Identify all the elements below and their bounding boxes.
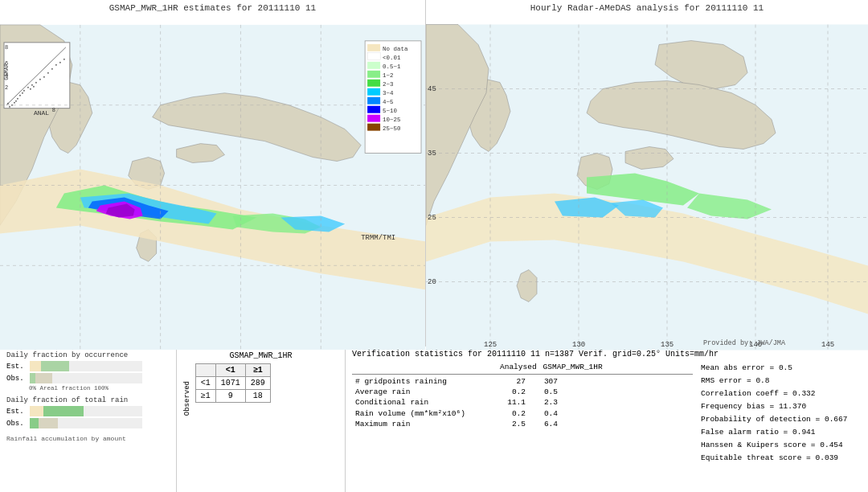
svg-text:2~3: 2~3 xyxy=(383,81,394,88)
verif-col-analysed: Analysed xyxy=(497,362,540,372)
verification-table: Analysed GSMAP_MWR_1HR xyxy=(352,362,606,372)
svg-point-3 xyxy=(17,98,18,100)
svg-text:Provided by: JWA/JMA: Provided by: JWA/JMA xyxy=(703,339,786,347)
right-map-area: Hourly Radar-AMeDAS analysis for 2011111… xyxy=(426,0,868,346)
svg-text:ANAL: ANAL xyxy=(34,109,49,117)
svg-text:25~50: 25~50 xyxy=(383,125,401,132)
left-map-area: GSMAP_MWR_1HR estimates for 20111110 11 xyxy=(0,0,426,346)
obs-label-1: Obs. xyxy=(6,375,27,383)
svg-text:125: 125 xyxy=(484,341,497,349)
chart-total-rain: Daily fraction of total rain Est. Obs. xyxy=(6,396,170,428)
verif-row-val2: 0.4 xyxy=(529,408,561,419)
bottom-section: Daily fraction by occurrence Est. Obs. 0 xyxy=(0,346,868,492)
right-map-svg: 45 35 25 20 125 130 135 140 145 Provided… xyxy=(426,14,868,360)
verif-row-val1: 2.5 xyxy=(497,419,529,429)
stat-item: Frequency bias = 11.370 xyxy=(701,400,862,413)
verif-data-row: Rain volume (mm*km²x10⁶) 0.2 0.4 xyxy=(352,408,561,419)
verif-row-val2: 0.5 xyxy=(529,387,561,397)
svg-rect-44 xyxy=(367,62,380,69)
verif-divider xyxy=(352,374,693,375)
verif-row-val2: 307 xyxy=(529,376,561,387)
val-a: 1071 xyxy=(215,377,245,390)
svg-point-20 xyxy=(63,59,65,60)
verif-col-empty xyxy=(352,362,497,372)
svg-point-13 xyxy=(39,79,41,80)
verif-row-label: # gridpoints raining xyxy=(352,376,497,387)
contingency-table: <1 ≥1 <1 1071 289 ≥1 xyxy=(195,363,271,403)
svg-text:GSMAP: GSMAP xyxy=(3,64,10,80)
verif-row-val1: 0.2 xyxy=(497,387,529,397)
verif-row-val1: 11.1 xyxy=(497,397,529,408)
svg-text:8: 8 xyxy=(5,44,8,51)
svg-point-10 xyxy=(31,84,33,86)
stat-item: Probability of detection = 0.667 xyxy=(701,413,862,426)
svg-point-11 xyxy=(35,82,37,84)
col-ge1-header: ≥1 xyxy=(245,364,270,377)
verif-row-val2: 2.3 xyxy=(529,397,561,408)
svg-text:4~5: 4~5 xyxy=(383,99,394,105)
svg-point-12 xyxy=(9,106,10,108)
verif-row-label: Average rain xyxy=(352,387,497,397)
verif-data-row: # gridpoints raining 27 307 xyxy=(352,376,561,387)
svg-rect-50 xyxy=(367,88,380,96)
main-container: GSMAP_MWR_1HR estimates for 20111110 11 xyxy=(0,0,868,492)
svg-point-6 xyxy=(14,102,15,104)
svg-text:5~10: 5~10 xyxy=(383,108,397,114)
verif-row-label: Maximum rain xyxy=(352,419,497,429)
svg-text:No data: No data xyxy=(383,46,408,52)
observed-label: Observed xyxy=(183,381,192,416)
svg-text:2: 2 xyxy=(5,84,8,91)
bottom-middle-contingency: GSMAP_MWR_1HR Observed <1 ≥1 xyxy=(177,346,346,492)
verif-col-gsmap: GSMAP_MWR_1HR xyxy=(540,362,606,372)
svg-text:20: 20 xyxy=(428,278,436,286)
svg-point-18 xyxy=(55,64,57,66)
bottom-left-charts: Daily fraction by occurrence Est. Obs. 0 xyxy=(0,346,177,492)
svg-rect-40 xyxy=(367,44,380,51)
svg-point-19 xyxy=(59,62,61,64)
xaxis-label-1: 0% Areal fraction 100% xyxy=(29,385,170,392)
verif-data-row: Maximum rain 2.5 6.4 xyxy=(352,419,561,429)
stat-item: Correlation coeff = 0.332 xyxy=(701,387,862,400)
svg-point-4 xyxy=(19,95,21,96)
svg-text:145: 145 xyxy=(821,341,834,349)
est-label-1: Est. xyxy=(6,363,27,371)
val-b: 289 xyxy=(245,377,270,390)
stat-item: False alarm ratio = 0.941 xyxy=(701,426,862,439)
svg-point-8 xyxy=(11,105,13,106)
svg-text:1~2: 1~2 xyxy=(383,72,393,79)
val-d: 18 xyxy=(245,390,270,403)
svg-text:130: 130 xyxy=(572,341,585,349)
left-map-svg: 8 6 4 2 8 ANAL GSMAP TRMM/T xyxy=(0,14,425,360)
contingency-row-lt1: <1 1071 289 xyxy=(195,377,270,390)
svg-point-5 xyxy=(22,92,23,94)
right-map-title: Hourly Radar-AMeDAS analysis for 2011111… xyxy=(426,0,868,14)
col-lt1-header: <1 xyxy=(215,364,245,377)
verif-left-table: Analysed GSMAP_MWR_1HR # gridpoints rain… xyxy=(352,362,693,465)
bottom-right-stats: Verification statistics for 20111110 11 … xyxy=(346,346,868,492)
verif-row-val1: 27 xyxy=(497,376,529,387)
est-label-2: Est. xyxy=(6,408,27,416)
verif-content: Analysed GSMAP_MWR_1HR # gridpoints rain… xyxy=(352,362,862,465)
svg-text:TRMM/TMI: TRMM/TMI xyxy=(361,234,395,242)
row-ge1-label: ≥1 xyxy=(195,390,215,403)
verif-row-label: Rain volume (mm*km²x10⁶) xyxy=(352,408,497,419)
svg-rect-58 xyxy=(367,124,380,131)
left-map-title: GSMAP_MWR_1HR estimates for 20111110 11 xyxy=(0,0,425,14)
svg-rect-54 xyxy=(367,106,380,113)
rainfall-note: Rainfall accumulation by amount xyxy=(6,435,170,442)
svg-point-2 xyxy=(15,100,17,102)
svg-rect-52 xyxy=(367,97,380,105)
top-section: GSMAP_MWR_1HR estimates for 20111110 11 xyxy=(0,0,868,346)
svg-point-7 xyxy=(23,90,25,92)
svg-point-17 xyxy=(51,68,53,70)
obs-label-2: Obs. xyxy=(6,420,27,428)
svg-text:10~25: 10~25 xyxy=(383,117,401,123)
val-c: 9 xyxy=(215,390,245,403)
svg-point-9 xyxy=(27,87,29,88)
svg-rect-56 xyxy=(367,115,380,122)
svg-text:8: 8 xyxy=(52,107,55,113)
verif-row-label: Conditional rain xyxy=(352,397,497,408)
svg-rect-48 xyxy=(367,80,380,87)
row-lt1-label: <1 xyxy=(195,377,215,390)
empty-header xyxy=(195,364,215,377)
